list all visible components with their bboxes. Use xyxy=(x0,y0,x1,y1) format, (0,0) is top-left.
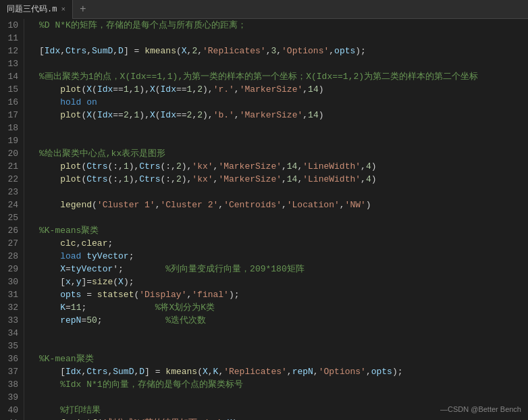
line-number: 29 xyxy=(5,263,18,275)
line-number: 27 xyxy=(5,237,18,250)
code-line: plot(Ctrs(:,1),Ctrs(:,2),'kx','MarkerSiz… xyxy=(30,160,528,173)
code-line: %画出聚类为1的点，X(Idx==1,1),为第一类的样本的第一个坐标；X(Id… xyxy=(30,70,528,83)
code-line: fprintf('划分成%d英的结果如下：\n',K) xyxy=(30,417,528,420)
line-number: 40 xyxy=(5,404,18,417)
editor-tab[interactable]: 同题三代码.m × xyxy=(0,0,73,19)
line-content: %K-means聚类 xyxy=(39,224,528,237)
line-number: 12 xyxy=(5,45,18,57)
line-content: opts = statset('Display','final'); xyxy=(39,288,528,301)
code-line: [Idx,Ctrs,SumD,D] = kmeans(X,K,'Replicat… xyxy=(30,365,528,378)
editor-container: 同题三代码.m × + 1011121314151617181920212223… xyxy=(0,0,528,420)
line-number: 26 xyxy=(5,224,18,237)
line-number: 38 xyxy=(5,378,18,391)
tab-bar: 同题三代码.m × + xyxy=(0,0,528,19)
code-line: load tyVector; xyxy=(30,250,528,263)
line-number: 32 xyxy=(5,301,18,314)
line-number: 10 xyxy=(5,19,18,32)
line-content: %K-mean聚类 xyxy=(39,352,528,365)
line-number: 20 xyxy=(5,147,18,160)
code-line: plot(X(Idx==2,1),X(Idx==2,2),'b.','Marke… xyxy=(30,109,528,122)
new-tab-button[interactable]: + xyxy=(73,3,93,16)
code-line: repN=50; %迭代次数 xyxy=(30,314,528,327)
code-line: legend('Cluster 1','Cluster 2','Centroid… xyxy=(30,199,528,211)
code-line xyxy=(30,186,528,199)
code-line xyxy=(30,57,528,70)
code-line: %K-mean聚类 xyxy=(30,352,528,365)
code-line: plot(Ctrs(:,1),Ctrs(:,2),'kx','MarkerSiz… xyxy=(30,173,528,186)
line-content: %绘出聚类中心点,kx表示是图形 xyxy=(39,147,528,160)
code-line: hold on xyxy=(30,96,528,109)
line-content: [Idx,Ctrs,SumD,D] = kmeans(X,K,'Replicat… xyxy=(39,365,528,378)
line-content: hold on xyxy=(39,96,528,109)
code-line: clc,clear; xyxy=(30,237,528,250)
code-line: plot(X(Idx==1,1),X(Idx==1,2),'r.','Marke… xyxy=(30,83,528,96)
line-content: X=tyVector'; %列向量变成行向量，209*180矩阵 xyxy=(39,263,528,275)
code-line: %K-means聚类 xyxy=(30,224,528,237)
code-line xyxy=(30,391,528,404)
line-number: 22 xyxy=(5,173,18,186)
watermark: —CSDN @Better Bench xyxy=(440,405,521,413)
line-number: 19 xyxy=(5,134,18,147)
tab-close-button[interactable]: × xyxy=(61,5,65,14)
line-number: 18 xyxy=(5,122,18,134)
line-content: [Idx,Ctrs,SumD,D] = kmeans(X,2,'Replicat… xyxy=(39,45,528,57)
code-line: X=tyVector'; %列向量变成行向量，209*180矩阵 xyxy=(30,263,528,275)
code-line: %绘出聚类中心点,kx表示是图形 xyxy=(30,147,528,160)
code-line xyxy=(30,327,528,340)
code-line: [x,y]=size(X); xyxy=(30,275,528,288)
line-number: 41 xyxy=(5,417,18,420)
code-line: K=11; %将X划分为K类 xyxy=(30,301,528,314)
code-area: 1011121314151617181920212223242526272829… xyxy=(0,19,528,420)
line-number: 17 xyxy=(5,109,18,122)
line-content: plot(X(Idx==2,1),X(Idx==2,2),'b.','Marke… xyxy=(39,109,528,122)
code-line: %D N*K的矩阵，存储的是每个点与所有质心的距离； xyxy=(30,19,528,32)
line-content: legend('Cluster 1','Cluster 2','Centroid… xyxy=(39,199,528,211)
line-number: 31 xyxy=(5,288,18,301)
line-number: 16 xyxy=(5,96,18,109)
line-content: plot(X(Idx==1,1),X(Idx==1,2),'r.','Marke… xyxy=(39,83,528,96)
code-line xyxy=(30,340,528,352)
line-numbers: 1011121314151617181920212223242526272829… xyxy=(0,19,24,420)
line-number: 24 xyxy=(5,199,18,211)
code-line xyxy=(30,122,528,134)
line-number: 34 xyxy=(5,327,18,340)
code-line: [Idx,Ctrs,SumD,D] = kmeans(X,2,'Replicat… xyxy=(30,45,528,57)
code-line xyxy=(30,211,528,224)
line-number: 37 xyxy=(5,365,18,378)
line-content: plot(Ctrs(:,1),Ctrs(:,2),'kx','MarkerSiz… xyxy=(39,173,528,186)
line-content: clc,clear; xyxy=(39,237,528,250)
line-content: plot(Ctrs(:,1),Ctrs(:,2),'kx','MarkerSiz… xyxy=(39,160,528,173)
line-content: fprintf('划分成%d英的结果如下：\n',K) xyxy=(39,417,528,420)
line-number: 36 xyxy=(5,352,18,365)
line-content: load tyVector; xyxy=(39,250,528,263)
line-number: 25 xyxy=(5,211,18,224)
line-content: [x,y]=size(X); xyxy=(39,275,528,288)
line-number: 21 xyxy=(5,160,18,173)
line-number: 35 xyxy=(5,340,18,352)
line-content: K=11; %将X划分为K类 xyxy=(39,301,528,314)
line-content: %Idx N*1的向量，存储的是每个点的聚类标号 xyxy=(39,378,528,391)
code-line xyxy=(30,32,528,45)
line-number: 23 xyxy=(5,186,18,199)
code-line xyxy=(30,134,528,147)
line-content: repN=50; %迭代次数 xyxy=(39,314,528,327)
line-content: %D N*K的矩阵，存储的是每个点与所有质心的距离； xyxy=(39,19,528,32)
line-number: 13 xyxy=(5,57,18,70)
line-number: 33 xyxy=(5,314,18,327)
line-content: %画出聚类为1的点，X(Idx==1,1),为第一类的样本的第一个坐标；X(Id… xyxy=(39,70,528,83)
line-number: 15 xyxy=(5,83,18,96)
tab-title: 同题三代码.m xyxy=(7,3,57,15)
line-number: 28 xyxy=(5,250,18,263)
line-number: 30 xyxy=(5,275,18,288)
line-number: 39 xyxy=(5,391,18,404)
line-number: 14 xyxy=(5,70,18,83)
code-line: %Idx N*1的向量，存储的是每个点的聚类标号 xyxy=(30,378,528,391)
code-lines[interactable]: %D N*K的矩阵，存储的是每个点与所有质心的距离；[Idx,Ctrs,SumD… xyxy=(24,19,528,420)
code-line: opts = statset('Display','final'); xyxy=(30,288,528,301)
line-number: 11 xyxy=(5,32,18,45)
